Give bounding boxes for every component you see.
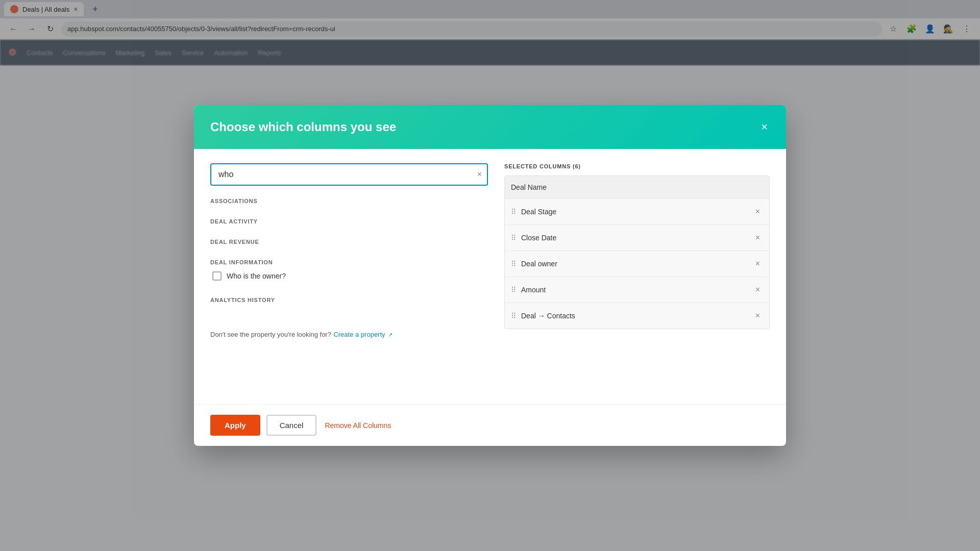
drag-handle-close-date[interactable]: ⠿: [511, 234, 516, 242]
remove-deal-contacts-button[interactable]: ×: [752, 310, 763, 321]
not-found-section: Don't see the property you're looking fo…: [210, 330, 488, 339]
column-label-deal-owner: Deal owner: [521, 260, 747, 268]
choose-columns-modal: Choose which columns you see × × ASSOCIA…: [194, 105, 786, 446]
drag-handle-deal-owner[interactable]: ⠿: [511, 260, 516, 268]
checkbox-who-is-owner[interactable]: [212, 271, 222, 281]
remove-deal-owner-button[interactable]: ×: [752, 258, 763, 269]
column-label-deal-contacts: Deal → Contacts: [521, 312, 747, 320]
section-deal-revenue: DEAL REVENUE: [210, 235, 488, 247]
column-label-deal-stage: Deal Stage: [521, 208, 747, 216]
drag-handle-deal-stage[interactable]: ⠿: [511, 208, 516, 216]
section-header-deal-information: DEAL INFORMATION: [210, 255, 488, 267]
modal-body: × ASSOCIATIONS DEAL ACTIVITY DEAL REVENU…: [194, 149, 786, 404]
right-panel: SELECTED COLUMNS (6) Deal Name ⠿ Deal St…: [504, 163, 770, 390]
column-item-close-date: ⠿ Close Date ×: [505, 225, 769, 251]
column-item-deal-stage: ⠿ Deal Stage ×: [505, 199, 769, 225]
drag-handle-amount[interactable]: ⠿: [511, 286, 516, 294]
modal-overlay: Choose which columns you see × × ASSOCIA…: [0, 0, 980, 551]
search-box: ×: [210, 163, 488, 186]
left-panel: × ASSOCIATIONS DEAL ACTIVITY DEAL REVENU…: [210, 163, 488, 390]
column-item-deal-owner: ⠿ Deal owner ×: [505, 251, 769, 277]
checkbox-label-who-is-owner: Who is the owner?: [227, 272, 286, 280]
columns-list: Deal Name ⠿ Deal Stage × ⠿ Close Date ×: [504, 176, 770, 329]
checkbox-item-who-is-owner[interactable]: Who is the owner?: [210, 267, 488, 285]
selected-columns-header: SELECTED COLUMNS (6): [504, 163, 770, 169]
search-input[interactable]: [210, 163, 488, 186]
section-deal-information: DEAL INFORMATION Who is the owner?: [210, 255, 488, 285]
remove-close-date-button[interactable]: ×: [752, 232, 763, 243]
section-header-associations: ASSOCIATIONS: [210, 194, 488, 206]
modal-footer: Apply Cancel Remove All Columns: [194, 404, 786, 446]
create-property-link[interactable]: Create a property ↗: [333, 331, 393, 338]
section-header-deal-activity: DEAL ACTIVITY: [210, 214, 488, 227]
column-item-deal-contacts: ⠿ Deal → Contacts ×: [505, 303, 769, 329]
section-header-analytics-history: ANALYTICS HISTORY: [210, 293, 488, 305]
remove-deal-stage-button[interactable]: ×: [752, 206, 763, 217]
remove-all-button[interactable]: Remove All Columns: [323, 416, 393, 435]
column-item-amount: ⠿ Amount ×: [505, 277, 769, 303]
apply-button[interactable]: Apply: [210, 415, 260, 436]
column-item-deal-name: Deal Name: [505, 176, 769, 199]
search-clear-button[interactable]: ×: [477, 170, 482, 179]
section-associations: ASSOCIATIONS: [210, 194, 488, 206]
column-label-deal-name: Deal Name: [511, 183, 763, 191]
section-deal-activity: DEAL ACTIVITY: [210, 214, 488, 227]
column-label-amount: Amount: [521, 286, 747, 294]
cancel-button[interactable]: Cancel: [266, 415, 317, 436]
modal-header: Choose which columns you see ×: [194, 105, 786, 149]
modal-close-button[interactable]: ×: [759, 119, 770, 135]
section-analytics-history: ANALYTICS HISTORY: [210, 293, 488, 305]
not-found-text: Don't see the property you're looking fo…: [210, 331, 331, 338]
external-link-icon: ↗: [388, 332, 393, 338]
modal-title: Choose which columns you see: [210, 120, 396, 134]
column-label-close-date: Close Date: [521, 234, 747, 242]
drag-handle-deal-contacts[interactable]: ⠿: [511, 312, 516, 320]
section-header-deal-revenue: DEAL REVENUE: [210, 235, 488, 247]
remove-amount-button[interactable]: ×: [752, 284, 763, 295]
